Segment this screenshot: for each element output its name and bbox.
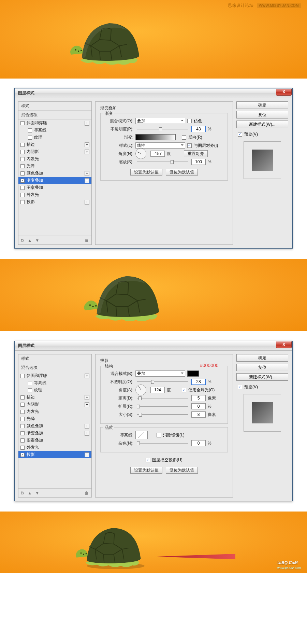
- styles-header[interactable]: 样式: [18, 102, 91, 111]
- effect-outer-glow[interactable]: 外发光: [18, 444, 91, 451]
- svg-point-9: [86, 553, 87, 555]
- plus-icon[interactable]: +: [85, 121, 89, 126]
- fx-menu[interactable]: fx: [21, 491, 24, 495]
- ok-button[interactable]: 确定: [236, 101, 288, 109]
- knockout-checkbox[interactable]: [146, 458, 150, 462]
- style-select[interactable]: 线性: [135, 142, 185, 149]
- trash-icon[interactable]: 🗑: [85, 238, 89, 243]
- plus-icon[interactable]: +: [85, 431, 89, 436]
- angle-input[interactable]: 124: [150, 387, 165, 393]
- effect-contour[interactable]: 等高线: [18, 127, 91, 134]
- reverse-checkbox[interactable]: [182, 135, 186, 140]
- align-checkbox[interactable]: [187, 143, 192, 148]
- preview-checkbox[interactable]: [238, 132, 242, 137]
- opacity-label: 不透明度(O):: [105, 379, 133, 385]
- effect-pattern-overlay[interactable]: 图案叠加: [18, 437, 91, 444]
- gradient-picker[interactable]: [135, 134, 176, 140]
- noise-slider[interactable]: [137, 441, 188, 446]
- scale-slider[interactable]: [137, 159, 188, 164]
- effect-bevel[interactable]: 斜面和浮雕+: [18, 120, 91, 127]
- effect-pattern-overlay[interactable]: 图案叠加: [18, 184, 91, 191]
- effect-inner-shadow[interactable]: 内阴影+: [18, 401, 91, 408]
- blend-mode-label: 混合模式(B):: [105, 371, 133, 377]
- color-swatch[interactable]: [187, 370, 199, 377]
- down-arrow-icon[interactable]: ▼: [35, 491, 39, 495]
- plus-icon[interactable]: +: [85, 178, 89, 183]
- styles-header[interactable]: 样式: [18, 354, 91, 363]
- scale-input[interactable]: 100: [191, 159, 206, 165]
- global-light-checkbox[interactable]: [182, 388, 186, 392]
- reset-default-button[interactable]: 复位为默认值: [166, 467, 198, 474]
- effect-inner-glow[interactable]: 内发光: [18, 155, 91, 163]
- blend-options-header[interactable]: 混合选项: [18, 363, 91, 372]
- opacity-slider[interactable]: [137, 379, 188, 384]
- angle-dial[interactable]: [135, 148, 146, 159]
- new-style-button[interactable]: 新建样式(W)...: [236, 373, 288, 381]
- effect-bevel[interactable]: 斜面和浮雕+: [18, 372, 91, 379]
- reset-button[interactable]: 复位: [236, 364, 288, 371]
- style-label: 样式(L):: [105, 143, 133, 149]
- distance-slider[interactable]: [137, 396, 188, 401]
- effect-color-overlay[interactable]: 颜色叠加+: [18, 170, 91, 177]
- set-default-button[interactable]: 设置为默认值: [130, 467, 162, 474]
- plus-icon[interactable]: +: [85, 150, 89, 154]
- plus-icon[interactable]: +: [85, 424, 89, 429]
- size-slider[interactable]: [137, 412, 188, 417]
- up-arrow-icon[interactable]: ▲: [28, 238, 32, 243]
- preview-checkbox[interactable]: [238, 385, 242, 389]
- effect-color-overlay[interactable]: 颜色叠加+: [18, 422, 91, 430]
- effect-gradient-overlay[interactable]: 渐变叠加+: [18, 430, 91, 437]
- contour-picker[interactable]: [135, 431, 148, 439]
- reset-button[interactable]: 复位: [236, 111, 288, 118]
- antialias-checkbox[interactable]: [157, 433, 161, 437]
- angle-input[interactable]: -157: [150, 151, 165, 157]
- down-arrow-icon[interactable]: ▼: [35, 238, 39, 243]
- plus-icon[interactable]: +: [85, 171, 89, 176]
- preview-panel-1: 思缘设计论坛 WWW.MISSYUAN.COM: [0, 0, 307, 79]
- opacity-input[interactable]: 28: [191, 379, 206, 385]
- drop-shadow-panel: 投影 结构 混合模式(B): 叠加 不透明度(O): 28 % 角度(A):: [95, 354, 233, 498]
- size-input[interactable]: 8: [191, 411, 206, 418]
- effect-texture[interactable]: 纹理: [18, 387, 91, 394]
- dither-checkbox[interactable]: [187, 119, 192, 123]
- effect-outer-glow[interactable]: 外发光: [18, 191, 91, 198]
- reset-default-button[interactable]: 复位为默认值: [166, 169, 198, 176]
- blend-mode-select[interactable]: 叠加: [135, 370, 185, 377]
- new-style-button[interactable]: 新建样式(W)...: [236, 121, 288, 128]
- effect-stroke[interactable]: 描边+: [18, 141, 91, 148]
- plus-icon[interactable]: +: [85, 142, 89, 147]
- ok-button[interactable]: 确定: [236, 354, 288, 362]
- effect-drop-shadow[interactable]: 投影+: [18, 451, 91, 458]
- styles-list: 样式 混合选项 斜面和浮雕+ 等高线 纹理 描边+ 内阴影+ 内发光 光泽 颜色…: [18, 354, 92, 498]
- opacity-input[interactable]: 43: [191, 126, 206, 132]
- plus-icon[interactable]: +: [85, 200, 89, 205]
- close-button[interactable]: X: [276, 341, 292, 348]
- blend-mode-select[interactable]: 叠加: [135, 118, 185, 124]
- opacity-slider[interactable]: [137, 127, 188, 131]
- effect-texture[interactable]: 纹理: [18, 134, 91, 141]
- blend-options-header[interactable]: 混合选项: [18, 111, 91, 120]
- close-button[interactable]: X: [276, 89, 292, 96]
- angle-dial[interactable]: [135, 384, 146, 395]
- plus-icon[interactable]: +: [85, 374, 89, 378]
- effect-satin[interactable]: 光泽: [18, 163, 91, 170]
- effect-drop-shadow[interactable]: 投影+: [18, 198, 91, 206]
- distance-input[interactable]: 5: [191, 395, 206, 401]
- effect-gradient-overlay[interactable]: 渐变叠加+: [18, 177, 91, 184]
- set-default-button[interactable]: 设置为默认值: [130, 169, 162, 176]
- up-arrow-icon[interactable]: ▲: [28, 491, 32, 495]
- noise-input[interactable]: 0: [191, 440, 206, 446]
- plus-icon[interactable]: +: [85, 395, 89, 400]
- fx-menu[interactable]: fx: [21, 238, 24, 243]
- spread-input[interactable]: 0: [191, 403, 206, 409]
- effect-satin[interactable]: 光泽: [18, 415, 91, 422]
- plus-icon[interactable]: +: [85, 402, 89, 407]
- effect-inner-glow[interactable]: 内发光: [18, 408, 91, 415]
- trash-icon[interactable]: 🗑: [85, 491, 89, 495]
- plus-icon[interactable]: +: [85, 452, 89, 457]
- spread-slider[interactable]: [137, 404, 188, 409]
- effect-stroke[interactable]: 描边+: [18, 394, 91, 401]
- reset-align-button[interactable]: 重置对齐: [184, 150, 208, 157]
- effect-inner-shadow[interactable]: 内阴影+: [18, 148, 91, 155]
- effect-contour[interactable]: 等高线: [18, 379, 91, 387]
